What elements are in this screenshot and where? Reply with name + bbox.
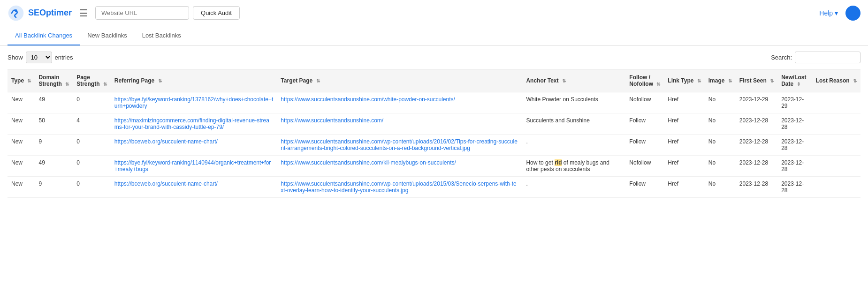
cell-link-type: Href xyxy=(664,92,704,113)
cell-first-seen: 2023-12-28 xyxy=(736,135,777,156)
cell-type: New xyxy=(8,92,35,113)
cell-follow: Follow xyxy=(625,135,664,156)
header: SEOptimer ☰ Quick Audit Help ▾ xyxy=(0,0,868,26)
cell-image: No xyxy=(705,156,736,177)
backlinks-table-wrapper: Type ⇅ DomainStrength ⇅ PageStrength ⇅ R… xyxy=(0,69,868,198)
cell-new-lost-date: 2023-12-28 xyxy=(777,135,812,156)
cell-domain-strength: 49 xyxy=(35,156,73,177)
target-page-link[interactable]: https://www.succulentsandsunshine.com/wp… xyxy=(281,180,516,194)
cell-anchor-text: . xyxy=(522,177,625,198)
cell-page-strength: 0 xyxy=(73,177,111,198)
cell-target-page: https://www.succulentsandsunshine.com/wh… xyxy=(277,92,522,113)
cell-referring-page: https://bye.fyi/keyword-ranking/1140944/… xyxy=(111,156,277,177)
cell-follow: Nofollow xyxy=(625,92,664,113)
cell-type: New xyxy=(8,156,35,177)
cell-lost-reason xyxy=(812,135,860,156)
tab-all-backlink-changes[interactable]: All Backlink Changes xyxy=(8,26,80,45)
referring-page-link[interactable]: https://bye.fyi/keyword-ranking/1378162/… xyxy=(114,96,274,109)
cell-link-type: Href xyxy=(664,156,704,177)
sort-icon-new-lost: ⇕ xyxy=(797,82,800,87)
cell-follow: Nofollow xyxy=(625,156,664,177)
table-row: New 50 4 https://maximizingcommerce.com/… xyxy=(8,113,860,135)
target-page-link[interactable]: https://www.succulentsandsunshine.com/ki… xyxy=(281,159,456,166)
col-first-seen[interactable]: First Seen ⇅ xyxy=(736,69,777,92)
cell-target-page: https://www.succulentsandsunshine.com/ xyxy=(277,113,522,135)
referring-page-link[interactable]: https://bceweb.org/succulent-name-chart/ xyxy=(114,180,218,187)
cell-page-strength: 0 xyxy=(73,92,111,113)
col-target-page[interactable]: Target Page ⇅ xyxy=(277,69,522,92)
referring-page-link[interactable]: https://bceweb.org/succulent-name-chart/ xyxy=(114,138,218,145)
table-row: New 9 0 https://bceweb.org/succulent-nam… xyxy=(8,177,860,198)
cell-new-lost-date: 2023-12-29 xyxy=(777,92,812,113)
cell-first-seen: 2023-12-28 xyxy=(736,113,777,135)
sort-icon-link-type: ⇅ xyxy=(697,78,701,83)
col-follow[interactable]: Follow /Nofollow ⇅ xyxy=(625,69,664,92)
referring-page-link[interactable]: https://maximizingcommerce.com/finding-d… xyxy=(114,117,269,130)
cell-link-type: Href xyxy=(664,113,704,135)
entries-label: entries xyxy=(55,54,73,61)
cell-referring-page: https://bye.fyi/keyword-ranking/1378162/… xyxy=(111,92,277,113)
cell-follow: Follow xyxy=(625,113,664,135)
table-row: New 49 0 https://bye.fyi/keyword-ranking… xyxy=(8,156,860,177)
entries-select[interactable]: 10 25 50 100 xyxy=(26,52,52,63)
col-domain-strength[interactable]: DomainStrength ⇅ xyxy=(35,69,73,92)
cell-link-type: Href xyxy=(664,177,704,198)
sort-icon-type: ⇅ xyxy=(27,78,31,83)
cell-first-seen: 2023-12-28 xyxy=(736,156,777,177)
cell-type: New xyxy=(8,177,35,198)
search-input[interactable] xyxy=(795,52,860,63)
cell-referring-page: https://maximizingcommerce.com/finding-d… xyxy=(111,113,277,135)
website-url-input[interactable] xyxy=(95,6,189,20)
col-anchor-text[interactable]: Anchor Text ⇅ xyxy=(522,69,625,92)
col-type[interactable]: Type ⇅ xyxy=(8,69,35,92)
referring-page-link[interactable]: https://bye.fyi/keyword-ranking/1140944/… xyxy=(114,159,271,172)
hamburger-menu[interactable]: ☰ xyxy=(79,8,88,19)
help-link[interactable]: Help ▾ xyxy=(819,9,838,17)
cell-domain-strength: 9 xyxy=(35,135,73,156)
quick-audit-button[interactable]: Quick Audit xyxy=(193,6,240,20)
col-new-lost-date[interactable]: New/LostDate ⇕ xyxy=(777,69,812,92)
cell-first-seen: 2023-12-29 xyxy=(736,92,777,113)
cell-target-page: https://www.succulentsandsunshine.com/ki… xyxy=(277,156,522,177)
cell-domain-strength: 9 xyxy=(35,177,73,198)
table-row: New 9 0 https://bceweb.org/succulent-nam… xyxy=(8,135,860,156)
cell-lost-reason xyxy=(812,177,860,198)
cell-lost-reason xyxy=(812,113,860,135)
cell-type: New xyxy=(8,113,35,135)
target-page-link[interactable]: https://www.succulentsandsunshine.com/wp… xyxy=(281,138,518,151)
table-row: New 49 0 https://bye.fyi/keyword-ranking… xyxy=(8,92,860,113)
sort-icon-anchor: ⇅ xyxy=(562,78,566,83)
cell-image: No xyxy=(705,135,736,156)
svg-point-1 xyxy=(15,9,17,11)
svg-point-0 xyxy=(8,5,23,20)
tab-lost-backlinks[interactable]: Lost Backlinks xyxy=(135,26,189,45)
cell-page-strength: 4 xyxy=(73,113,111,135)
search-area: Search: xyxy=(771,52,860,63)
tab-new-backlinks[interactable]: New Backlinks xyxy=(80,26,135,45)
cell-page-strength: 0 xyxy=(73,135,111,156)
col-lost-reason[interactable]: Lost Reason ⇅ xyxy=(812,69,860,92)
target-page-link[interactable]: https://www.succulentsandsunshine.com/ xyxy=(281,117,383,124)
cell-referring-page: https://bceweb.org/succulent-name-chart/ xyxy=(111,177,277,198)
search-label: Search: xyxy=(771,54,792,61)
sort-icon-image: ⇅ xyxy=(728,78,732,83)
cell-anchor-text: Succulents and Sunshine xyxy=(522,113,625,135)
cell-follow: Follow xyxy=(625,177,664,198)
sort-icon-target: ⇅ xyxy=(316,78,320,83)
sort-icon-page: ⇅ xyxy=(103,82,107,87)
sort-icon-first-seen: ⇅ xyxy=(770,78,774,83)
cell-anchor-text: . xyxy=(522,135,625,156)
col-page-strength[interactable]: PageStrength ⇅ xyxy=(73,69,111,92)
cell-link-type: Href xyxy=(664,135,704,156)
show-entries-control: Show 10 25 50 100 entries xyxy=(8,52,73,63)
user-icon[interactable] xyxy=(845,6,860,21)
cell-lost-reason xyxy=(812,156,860,177)
anchor-highlight: rid xyxy=(555,159,562,166)
col-referring-page[interactable]: Referring Page ⇅ xyxy=(111,69,277,92)
cell-page-strength: 0 xyxy=(73,156,111,177)
cell-type: New xyxy=(8,135,35,156)
col-link-type[interactable]: Link Type ⇅ xyxy=(664,69,704,92)
col-image[interactable]: Image ⇅ xyxy=(705,69,736,92)
cell-image: No xyxy=(705,92,736,113)
target-page-link[interactable]: https://www.succulentsandsunshine.com/wh… xyxy=(281,96,455,103)
